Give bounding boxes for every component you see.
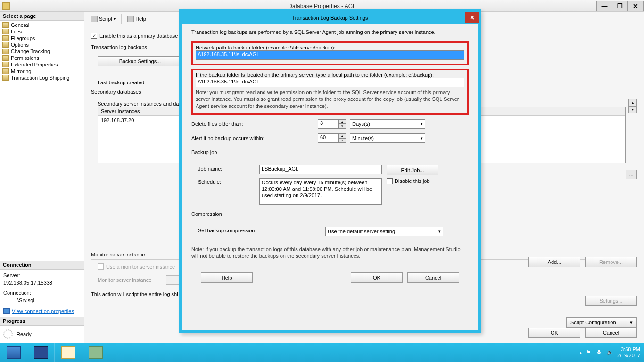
db-icon	[2, 2, 10, 10]
page-icon	[2, 68, 9, 74]
page-permissions[interactable]: Permissions	[0, 55, 84, 61]
disable-job-checkbox[interactable]	[387, 178, 393, 184]
delete-value-input[interactable]: 3 ▴▾	[318, 119, 346, 129]
delete-files-label: Delete files older than:	[191, 121, 314, 127]
schedule-text: Occurs every day every 15 minute(s) betw…	[259, 178, 382, 205]
local-path-highlight: If the backup folder is located on the p…	[191, 69, 469, 115]
page-icon	[2, 55, 9, 61]
settings-button[interactable]: Settings...	[585, 296, 637, 306]
connection-body: Server: 192.168.35.17,15333 Connection: …	[0, 270, 84, 317]
local-path-input[interactable]: \\192.168.35.11\ls_dc\AGL	[196, 78, 464, 87]
script-button[interactable]: Script▾	[89, 15, 117, 23]
monitor-field-label: Monitor server instance	[98, 277, 164, 283]
script-config-button[interactable]: Script Configuration▾	[566, 317, 637, 328]
close-button[interactable]: ✕	[627, 1, 644, 11]
page-tlog-shipping[interactable]: Transaction Log Shipping	[0, 74, 84, 81]
page-icon	[2, 62, 9, 67]
minimize-button[interactable]: —	[596, 1, 612, 11]
left-panel: Select a page General Files Filegroups O…	[0, 12, 84, 343]
folder-icon	[61, 346, 75, 359]
page-icon	[2, 22, 9, 28]
taskbar-explorer[interactable]	[55, 343, 82, 362]
ellipsis-button[interactable]: ...	[626, 170, 637, 179]
page-icon	[2, 35, 9, 41]
help-button[interactable]: Help	[125, 15, 148, 23]
script-icon	[91, 16, 98, 22]
flag-icon[interactable]: ⚑	[586, 349, 593, 356]
page-icon	[2, 29, 9, 34]
delete-unit-select[interactable]: Days(s)	[350, 119, 425, 129]
use-monitor-checkbox[interactable]	[98, 263, 104, 270]
conn-label: Connection:	[3, 289, 81, 297]
dialog-intro: Transaction log backups are performed by…	[191, 29, 469, 35]
system-tray: ▴ ⚑ 🖧 🔈 3:58 PM 2/19/2017	[579, 346, 644, 359]
taskbar: ▴ ⚑ 🖧 🔈 3:58 PM 2/19/2017	[0, 343, 644, 362]
use-monitor-label: Use a monitor server instance	[106, 264, 175, 270]
backup-settings-button[interactable]: Backup Settings...	[98, 56, 182, 66]
page-change-tracking[interactable]: Change Tracking	[0, 48, 84, 55]
sound-icon[interactable]: 🔈	[607, 349, 613, 356]
job-name-input[interactable]: LSBackup_AGL	[259, 165, 382, 174]
dialog-help-button[interactable]: Help	[201, 272, 253, 283]
powershell-icon	[34, 346, 48, 359]
page-icon	[2, 75, 9, 81]
server-label: Server:	[3, 272, 81, 280]
page-filegroups[interactable]: Filegroups	[0, 35, 84, 41]
enable-primary-label: Enable this as a primary database	[99, 33, 178, 39]
page-list: General Files Filegroups Options Change …	[0, 21, 84, 82]
disable-job-label: Disable this job	[395, 178, 430, 184]
backup-settings-dialog: Transaction Log Backup Settings ✕ Transa…	[179, 9, 481, 333]
compression-label: Compression	[191, 211, 469, 217]
page-files[interactable]: Files	[0, 28, 84, 35]
scroll-buttons[interactable]: ▴▾	[628, 99, 637, 113]
progress-status: Ready	[17, 331, 32, 337]
compression-select[interactable]: Use the default server setting	[325, 227, 443, 236]
alert-unit-select[interactable]: Minute(s)	[350, 133, 425, 143]
window-title: Database Properties - AGL	[288, 3, 355, 9]
ok-button[interactable]: OK	[528, 328, 580, 338]
server-value: 192.168.35.17,15333	[3, 279, 81, 287]
progress-header: Progress	[0, 317, 84, 326]
taskbar-powershell[interactable]	[27, 343, 55, 362]
local-path-label: If the backup folder is located on the p…	[196, 72, 464, 78]
taskbar-ssms[interactable]	[82, 343, 109, 362]
job-name-label: Job name:	[198, 165, 255, 172]
select-page-header: Select a page	[0, 12, 84, 21]
permissions-note: Note: you must grant read and write perm…	[196, 89, 464, 109]
network-path-input[interactable]: \\192.168.35.11\ls_dc\AGL	[196, 50, 464, 60]
page-icon	[2, 42, 9, 48]
backup-warning-note: Note: If you backup the transaction logs…	[191, 246, 469, 260]
ssms-icon	[89, 346, 103, 359]
schedule-label: Schedule:	[198, 178, 255, 185]
properties-icon	[3, 308, 10, 314]
network-icon[interactable]: 🖧	[596, 349, 603, 356]
start-button[interactable]	[0, 343, 27, 362]
dialog-title: Transaction Log Backup Settings ✕	[182, 12, 479, 24]
help-icon	[127, 16, 134, 22]
clock[interactable]: 3:58 PM 2/19/2017	[617, 346, 640, 359]
cancel-button[interactable]: Cancel	[585, 328, 637, 338]
remove-button[interactable]: Remove...	[585, 257, 637, 267]
restore-button[interactable]: ❐	[612, 1, 628, 11]
dialog-cancel-button[interactable]: Cancel	[407, 272, 459, 283]
edit-job-button[interactable]: Edit Job...	[387, 165, 438, 175]
backup-job-label: Backup job	[191, 149, 469, 155]
alert-value-input[interactable]: 60 ▴▾	[318, 133, 346, 143]
progress-spinner-icon	[3, 329, 13, 339]
view-conn-props-link[interactable]: View connection properties	[3, 307, 81, 315]
page-extended-properties[interactable]: Extended Properties	[0, 61, 84, 68]
dialog-ok-button[interactable]: OK	[351, 272, 403, 283]
connection-header: Connection	[0, 261, 84, 270]
page-options[interactable]: Options	[0, 41, 84, 48]
page-general[interactable]: General	[0, 22, 84, 28]
add-button[interactable]: Add...	[528, 257, 580, 267]
page-icon	[2, 49, 9, 54]
start-icon	[7, 346, 21, 359]
page-mirroring[interactable]: Mirroring	[0, 68, 84, 74]
network-path-highlight: Network path to backup folder (example: …	[191, 41, 469, 65]
enable-primary-checkbox[interactable]	[91, 33, 97, 39]
alert-label: Alert if no backup occurs within:	[191, 135, 314, 141]
conn-value: \Srv.sql	[3, 296, 81, 304]
tray-chevron-icon[interactable]: ▴	[579, 350, 582, 356]
dialog-close-button[interactable]: ✕	[465, 12, 479, 23]
